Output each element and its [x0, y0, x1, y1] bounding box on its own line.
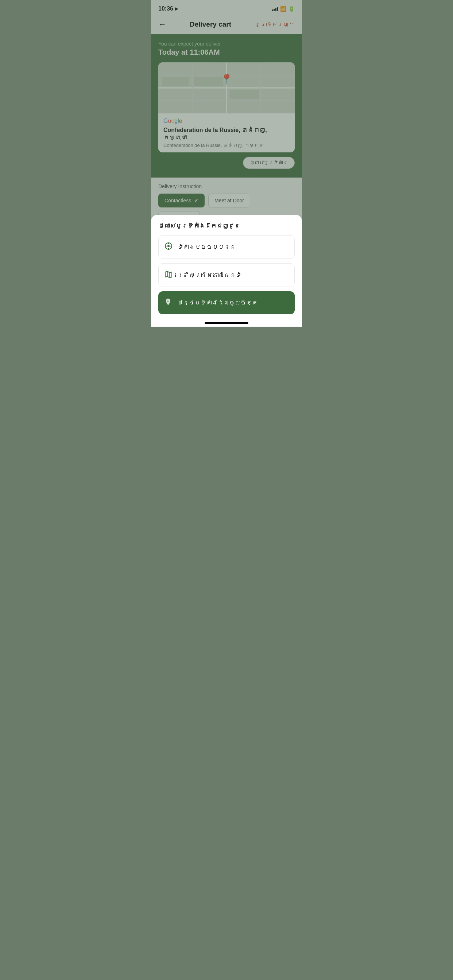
svg-point-11: [167, 245, 170, 247]
map-select-option[interactable]: ព្រើស​ជ្រើស​នៅ​លើ​ផែ​នទី: [158, 263, 295, 287]
current-location-icon: [164, 242, 172, 252]
home-indicator: [205, 322, 248, 324]
add-favorite-label: បន្ថែម​ទីតាំង​ដែល​ចូល​ចិត្ត: [177, 300, 258, 306]
sheet-title: ផ្លាស់​មូរ​ទីតាំង​ដឹក​ជញ្ជូន: [158, 223, 295, 229]
map-select-icon: [164, 270, 172, 280]
current-location-option[interactable]: ទីតាំង​បច្ចុប្បន្ន: [158, 235, 295, 259]
map-select-label: ព្រើស​ជ្រើស​នៅ​លើ​ផែ​នទី: [178, 272, 241, 278]
bottom-sheet: ផ្លាស់​មូរ​ទីតាំង​ដឹក​ជញ្ជូន ទីតាំង​បច្ច…: [151, 215, 302, 327]
add-location-icon: [164, 298, 172, 308]
current-location-label: ទីតាំង​បច្ចុប្បន្ន: [178, 244, 236, 250]
add-favorite-location-button[interactable]: បន្ថែម​ទីតាំង​ដែល​ចូល​ចិត្ត: [158, 291, 295, 314]
